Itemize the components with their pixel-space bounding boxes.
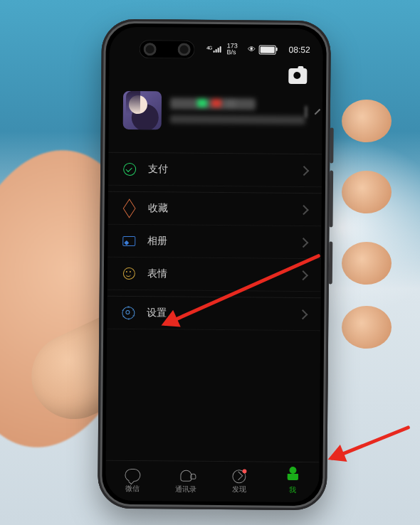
profile-card[interactable] — [123, 87, 309, 135]
menu-item-stickers[interactable]: 表情 — [107, 258, 321, 292]
profile-info — [170, 97, 305, 124]
avatar — [123, 91, 162, 129]
tab-chats[interactable]: 微信 — [105, 461, 159, 502]
qr-code-icon — [305, 106, 307, 117]
chat-icon — [125, 468, 140, 482]
tab-contacts[interactable]: 通讯录 — [159, 461, 212, 502]
emoji-icon — [122, 266, 136, 280]
gear-icon — [121, 305, 135, 319]
network-type: ⁴ᴳ — [206, 44, 211, 53]
tab-bar: 微信 通讯录 发现 我 — [105, 460, 319, 503]
signal-bars-icon — [213, 46, 221, 53]
power-button — [329, 241, 333, 284]
menu-item-album[interactable]: 相册 — [107, 225, 321, 260]
badge-dot — [242, 469, 246, 473]
tab-label: 通讯录 — [175, 484, 196, 494]
compass-icon — [232, 469, 246, 483]
album-icon — [122, 233, 136, 248]
menu-label: 相册 — [147, 235, 300, 249]
menu-label: 收藏 — [148, 202, 300, 216]
menu-item-pay[interactable]: 支付 — [108, 153, 322, 188]
status-bar: ⁴ᴳ 173B/s 👁 92 08:52 — [110, 38, 323, 60]
menu-item-favorites[interactable]: 收藏 — [107, 192, 321, 227]
tab-me[interactable]: 我 — [266, 462, 319, 503]
tab-label: 我 — [289, 485, 296, 495]
profile-id-blurred — [170, 115, 305, 124]
camera-icon — [288, 68, 307, 84]
screen: ⁴ᴳ 173B/s 👁 92 08:52 — [105, 27, 323, 503]
settings-menu: 支付 收藏 相册 表情 — [107, 152, 322, 332]
chevron-right-icon — [315, 109, 321, 115]
contacts-icon — [180, 469, 191, 483]
clock: 08:52 — [289, 45, 310, 55]
network-speed: 173B/s — [227, 43, 238, 55]
battery-icon — [258, 45, 275, 54]
menu-label: 支付 — [148, 163, 300, 177]
chevron-right-icon — [298, 270, 308, 280]
tab-label: 发现 — [232, 484, 246, 494]
person-icon — [287, 470, 298, 484]
volume-up-button — [330, 127, 333, 163]
profile-nickname-blurred — [170, 97, 256, 110]
favorites-icon — [122, 201, 137, 215]
chevron-right-icon — [298, 238, 308, 248]
pay-icon — [122, 161, 137, 176]
tab-discover[interactable]: 发现 — [212, 462, 266, 502]
eye-comfort-icon: 👁 — [248, 45, 256, 53]
camera-button[interactable] — [288, 68, 307, 84]
tab-label: 微信 — [125, 484, 140, 494]
volume-down-button — [329, 170, 333, 227]
